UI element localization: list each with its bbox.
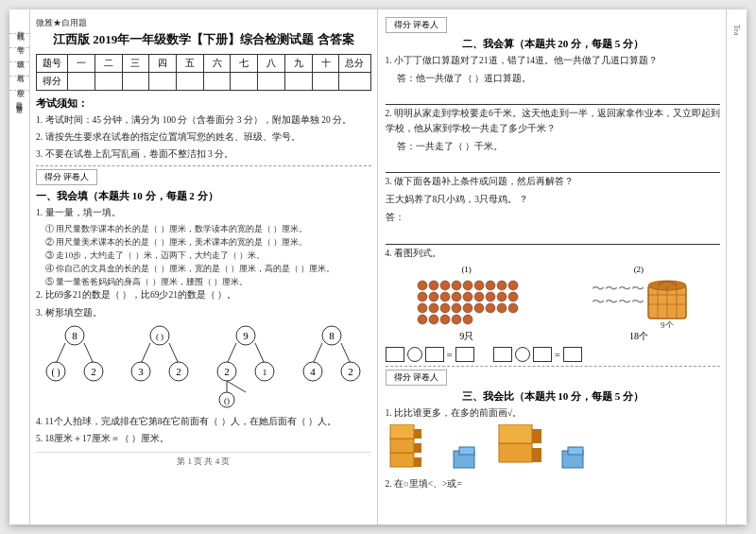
table-header-total: 总分 xyxy=(339,55,370,73)
svg-text:〜〜〜〜: 〜〜〜〜 xyxy=(592,282,644,296)
eq-box-2a xyxy=(493,347,512,362)
block4-svg xyxy=(560,443,589,472)
svg-text:9: 9 xyxy=(243,330,249,341)
score-cell-3 xyxy=(122,73,149,91)
svg-text:2: 2 xyxy=(348,366,353,377)
eq-row-2: = xyxy=(493,347,582,362)
svg-point-39 xyxy=(452,281,461,290)
q4-sub2: (2) xyxy=(558,265,720,274)
svg-rect-89 xyxy=(532,448,541,462)
tree1: 8 ( ) 2 xyxy=(44,324,106,411)
eq-eq-1: = xyxy=(447,349,453,360)
svg-point-51 xyxy=(486,292,495,301)
score-cell-4 xyxy=(149,73,177,91)
q1-sub3: ③ 走10步，大约走了（ ）米，迈两下，大约走了（ ）米。 xyxy=(36,250,371,263)
margin-xuehao: 学号 xyxy=(9,34,29,48)
right-column: 得分 评卷人 二、我会算（本题共 20 分，每题 5 分） 1. 小丁丁做口算题… xyxy=(378,9,727,525)
svg-point-36 xyxy=(418,281,427,290)
svg-point-48 xyxy=(452,292,461,301)
tree-container: 8 ( ) 2 ( ) xyxy=(36,324,371,411)
svg-rect-80 xyxy=(390,424,414,439)
label-18ge: 18个 xyxy=(558,330,720,343)
svg-point-44 xyxy=(508,281,518,290)
svg-line-18 xyxy=(227,343,236,364)
score-cell-6 xyxy=(203,73,231,91)
table-header-1: 一 xyxy=(68,55,95,73)
s2-q1-answer: 答：他一共做了（ ）道口算题。 xyxy=(386,72,721,86)
margin-top: 装订线 xyxy=(9,19,29,34)
score-cell-1 xyxy=(68,73,95,91)
svg-point-46 xyxy=(429,292,438,301)
s2-q1: 1. 小丁丁做口算题对了21道，错了14道。他一共做了几道口算题？ xyxy=(386,54,721,68)
left-score-reviewer: 得分 评卷人 xyxy=(36,169,97,185)
svg-point-37 xyxy=(429,281,438,290)
svg-line-30 xyxy=(313,343,322,364)
svg-point-57 xyxy=(452,303,461,313)
right-margin: Tea xyxy=(726,9,747,525)
note-3: 3. 不要在试卷上乱写乱画，卷面不整洁扣 3 分。 xyxy=(36,147,371,162)
q1-sub4: ④ 你自己的文具盒的长的是（ ）厘米，宽的是（ ）厘米，高的是（ ）厘米。 xyxy=(36,263,371,276)
s2-q2-line xyxy=(386,158,721,173)
q1-sub2: ② 用尺量美术课本的长的是（ ）厘米，美术课本的宽的是（ ）厘米。 xyxy=(36,236,371,250)
svg-line-3 xyxy=(84,343,94,364)
svg-line-11 xyxy=(169,343,179,364)
label-xuexiao: 学校 xyxy=(14,82,25,84)
block-item-1 xyxy=(386,424,438,474)
svg-point-59 xyxy=(474,303,484,313)
table-defen: 得分 xyxy=(37,73,68,91)
svg-point-52 xyxy=(497,292,507,301)
tree1-svg: 8 ( ) 2 xyxy=(44,324,106,383)
right-score-reviewer-row: 得分 评卷人 xyxy=(386,17,721,33)
label-banji: 班级 xyxy=(14,54,25,56)
table-header-tihao: 题号 xyxy=(37,55,68,73)
svg-point-55 xyxy=(429,303,438,313)
svg-line-2 xyxy=(56,343,65,364)
svg-line-10 xyxy=(141,343,150,364)
illus-row: (1) xyxy=(386,265,721,343)
svg-text:8: 8 xyxy=(329,330,335,341)
illus-item-1: (1) xyxy=(386,265,548,343)
table-header-6: 六 xyxy=(203,55,231,73)
right-margin-content: Tea xyxy=(727,19,747,525)
eq-box-1b xyxy=(425,347,444,362)
right-score-reviewer: 得分 评卷人 xyxy=(386,17,447,33)
q1-sub5: ⑤ 量一量爸爸妈妈的身高（ ）厘米，腰围（ ）厘米。 xyxy=(36,276,371,289)
table-header-7: 七 xyxy=(231,55,258,73)
table-header-2: 二 xyxy=(94,55,122,73)
svg-text:2: 2 xyxy=(91,366,96,377)
table-header-5: 五 xyxy=(176,55,203,73)
svg-line-31 xyxy=(341,343,351,364)
svg-rect-88 xyxy=(532,429,541,443)
svg-point-64 xyxy=(429,315,438,324)
eq-box-2c xyxy=(563,347,582,362)
score-cell-7 xyxy=(231,73,258,91)
q5: 5. 18厘米＋17厘米＝（ ）厘米。 xyxy=(36,432,371,446)
svg-text:4: 4 xyxy=(310,366,316,377)
svg-point-42 xyxy=(486,281,495,290)
svg-point-47 xyxy=(440,292,450,301)
svg-rect-82 xyxy=(414,443,421,453)
score-cell-8 xyxy=(258,73,285,91)
block2-svg xyxy=(452,443,480,472)
eq-row-1: = xyxy=(386,347,474,362)
s2-q2-answer: 答：一共走了（ ）千米。 xyxy=(386,140,721,154)
s2-q3-answer: 答： xyxy=(386,211,721,225)
score-table: 题号 一 二 三 四 五 六 七 八 九 十 总分 得分 xyxy=(36,54,371,91)
svg-point-60 xyxy=(486,303,495,313)
svg-rect-78 xyxy=(390,453,414,467)
eq-box-1a xyxy=(386,347,404,362)
svg-point-65 xyxy=(440,315,450,324)
svg-text:〜〜〜〜: 〜〜〜〜 xyxy=(592,295,644,309)
score-cell-total xyxy=(339,73,370,91)
note-1: 1. 考试时间：45 分钟，满分为 100 分（含卷面分 3 分），附加题单独 … xyxy=(36,113,371,128)
s3-score-reviewer: 得分 评卷人 xyxy=(386,370,447,386)
left-column: 微雅★自用题 江西版 2019年一年级数学【下册】综合检测试题 含答案 题号 一… xyxy=(30,9,378,525)
svg-text:8: 8 xyxy=(72,330,77,341)
tree3: 9 2 1 () xyxy=(215,324,277,411)
divider-1 xyxy=(36,165,371,166)
svg-rect-79 xyxy=(390,439,414,453)
tree2: ( ) 3 2 xyxy=(129,324,191,411)
svg-point-43 xyxy=(497,281,507,290)
svg-rect-87 xyxy=(499,424,532,443)
label-xingming: 姓名 xyxy=(14,68,25,70)
